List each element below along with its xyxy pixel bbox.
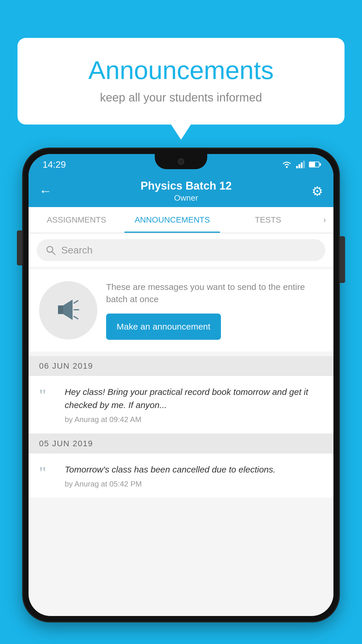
back-button[interactable]: ← bbox=[39, 184, 52, 198]
svg-line-6 bbox=[52, 251, 55, 255]
promo-right: These are messages you want to send to t… bbox=[106, 281, 323, 340]
tabs-bar: ASSIGNMENTS ANNOUNCEMENTS TESTS › bbox=[29, 207, 333, 233]
tab-more[interactable]: › bbox=[316, 207, 333, 233]
search-bar[interactable]: Search bbox=[37, 239, 325, 261]
svg-point-0 bbox=[286, 166, 288, 168]
svg-rect-8 bbox=[58, 306, 63, 314]
content-area: Search bbox=[29, 233, 333, 616]
toolbar-title: Physics Batch 12 bbox=[61, 180, 312, 192]
phone-wrapper: 14:29 bbox=[23, 149, 339, 644]
announcement-text-2: Tomorrow's class has been cancelled due … bbox=[65, 463, 323, 476]
promo-card: These are messages you want to send to t… bbox=[29, 269, 333, 351]
search-container: Search bbox=[29, 233, 333, 267]
app-toolbar: ← Physics Batch 12 Owner ⚙ bbox=[29, 175, 333, 207]
announcement-item-1[interactable]: " Hey class! Bring your practical record… bbox=[29, 376, 333, 434]
notch bbox=[155, 154, 207, 169]
phone-outer: 14:29 bbox=[23, 149, 339, 621]
quote-icon-1: " bbox=[39, 388, 57, 402]
date-separator-1: 06 JUN 2019 bbox=[29, 356, 333, 376]
date-separator-2: 05 JUN 2019 bbox=[29, 434, 333, 454]
search-placeholder: Search bbox=[61, 244, 93, 256]
announcement-content-1: Hey class! Bring your practical record b… bbox=[65, 385, 323, 424]
tab-tests[interactable]: TESTS bbox=[220, 207, 316, 233]
status-icons bbox=[282, 161, 319, 168]
search-icon bbox=[45, 245, 56, 256]
phone-screen: 14:29 bbox=[29, 154, 333, 616]
make-announcement-button[interactable]: Make an announcement bbox=[106, 314, 221, 340]
camera-dot bbox=[178, 158, 184, 165]
promo-description: These are messages you want to send to t… bbox=[106, 281, 323, 305]
toolbar-subtitle: Owner bbox=[61, 193, 312, 203]
svg-rect-2 bbox=[298, 164, 300, 168]
announcement-text-1: Hey class! Bring your practical record b… bbox=[65, 385, 323, 412]
announcement-content-2: Tomorrow's class has been cancelled due … bbox=[65, 463, 323, 489]
status-time: 14:29 bbox=[43, 159, 66, 170]
tab-announcements[interactable]: ANNOUNCEMENTS bbox=[124, 207, 220, 233]
speech-bubble: Announcements keep all your students inf… bbox=[17, 38, 345, 125]
quote-icon-2: " bbox=[39, 466, 57, 480]
wifi-icon bbox=[282, 161, 292, 168]
bubble-subtitle: keep all your students informed bbox=[41, 91, 321, 104]
settings-icon[interactable]: ⚙ bbox=[312, 184, 323, 199]
toolbar-title-area: Physics Batch 12 Owner bbox=[61, 180, 312, 203]
battery-icon bbox=[309, 162, 319, 167]
svg-line-11 bbox=[74, 316, 78, 319]
status-bar: 14:29 bbox=[29, 154, 333, 175]
announcement-item-2[interactable]: " Tomorrow's class has been cancelled du… bbox=[29, 454, 333, 498]
svg-rect-1 bbox=[296, 166, 298, 168]
signal-icon bbox=[296, 161, 305, 168]
svg-line-9 bbox=[74, 301, 78, 303]
tab-assignments[interactable]: ASSIGNMENTS bbox=[29, 207, 124, 233]
promo-icon-circle bbox=[39, 281, 97, 340]
announcement-meta-1: by Anurag at 09:42 AM bbox=[65, 415, 323, 424]
megaphone-icon bbox=[52, 294, 84, 326]
svg-rect-4 bbox=[303, 161, 305, 168]
speech-bubble-container: Announcements keep all your students inf… bbox=[17, 38, 345, 125]
bubble-title: Announcements bbox=[41, 55, 321, 85]
svg-rect-3 bbox=[301, 162, 303, 168]
announcement-meta-2: by Anurag at 05:42 PM bbox=[65, 480, 323, 489]
